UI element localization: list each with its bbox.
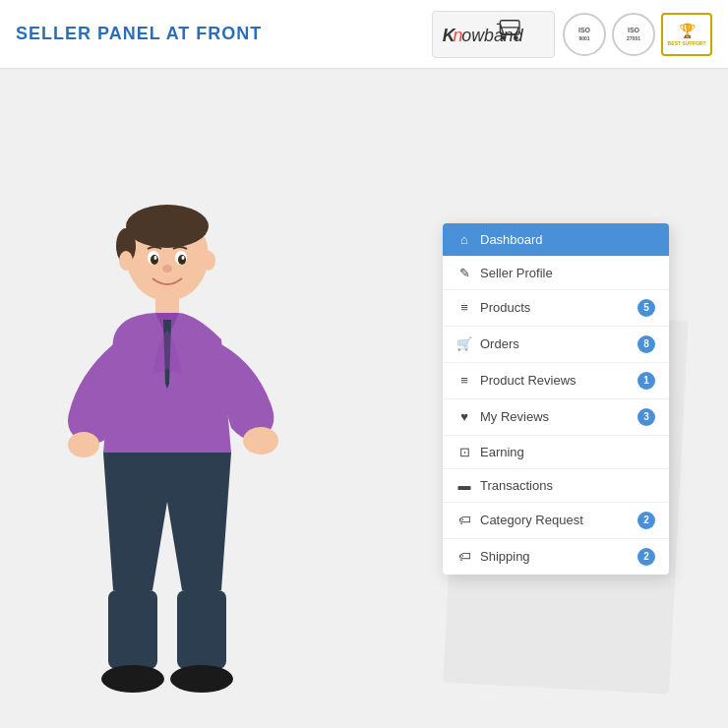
svg-point-24 [170,665,233,693]
my-reviews-badge: 3 [637,408,655,426]
character-svg [39,177,295,728]
products-badge: 5 [637,299,655,317]
category-request-label: Category Request [480,513,637,527]
main-content: ⌂Dashboard✎Seller Profile≡Products5🛒Orde… [0,69,728,728]
logos-area: K n owband ISO 9001 ISO 27001 🏆 BEST SUP… [432,11,712,58]
earning-label: Earning [480,445,655,459]
page-title: SELLER PANEL AT FRONT [16,24,262,44]
menu-item-transactions[interactable]: ▬Transactions [443,469,669,503]
earning-icon: ⊡ [456,445,472,459]
knowband-logo: K n owband [432,11,555,58]
shipping-label: Shipping [480,549,637,564]
seller-profile-label: Seller Profile [480,266,655,280]
menu-item-products[interactable]: ≡Products5 [443,290,669,327]
svg-text:owband: owband [462,26,524,45]
product-reviews-icon: ≡ [456,373,472,388]
svg-point-13 [154,256,157,260]
orders-badge: 8 [637,335,655,353]
svg-point-7 [126,205,209,248]
character-illustration [39,177,295,728]
dashboard-label: Dashboard [480,232,655,247]
product-reviews-badge: 1 [637,372,655,390]
menu-item-seller-profile[interactable]: ✎Seller Profile [443,257,669,290]
svg-point-15 [162,265,172,273]
svg-point-19 [243,427,278,455]
knowband-logo-svg: K n owband [441,19,546,50]
svg-rect-22 [177,590,226,669]
svg-point-16 [119,251,133,271]
products-label: Products [480,300,637,315]
best-support-badge: 🏆 BEST SUPPORT [661,13,712,56]
product-reviews-label: Product Reviews [480,373,637,388]
iso-badge-1: ISO 9001 [563,13,606,56]
svg-point-23 [101,665,164,693]
header: SELLER PANEL AT FRONT K n owband ISO [0,0,728,69]
transactions-label: Transactions [480,478,655,493]
svg-rect-21 [108,590,157,669]
svg-point-20 [68,432,99,457]
iso-badge-2: ISO 27001 [612,13,655,56]
my-reviews-label: My Reviews [480,409,637,424]
dashboard-icon: ⌂ [456,232,472,247]
shipping-icon: 🏷 [456,549,472,564]
seller-panel-card: ⌂Dashboard✎Seller Profile≡Products5🛒Orde… [443,223,669,575]
shipping-badge: 2 [637,548,655,566]
category-request-badge: 2 [637,512,655,529]
menu-item-category-request[interactable]: 🏷Category Request2 [443,503,669,539]
svg-point-12 [178,255,186,265]
products-icon: ≡ [456,300,472,315]
menu-item-earning[interactable]: ⊡Earning [443,436,669,469]
my-reviews-icon: ♥ [456,409,472,424]
menu-item-shipping[interactable]: 🏷Shipping2 [443,539,669,575]
orders-icon: 🛒 [456,336,472,351]
menu-item-orders[interactable]: 🛒Orders8 [443,327,669,363]
svg-point-14 [182,256,185,260]
menu-item-dashboard[interactable]: ⌂Dashboard [443,223,669,257]
svg-point-11 [151,255,158,265]
orders-label: Orders [480,336,637,351]
menu-item-product-reviews[interactable]: ≡Product Reviews1 [443,363,669,399]
transactions-icon: ▬ [456,478,472,493]
category-request-icon: 🏷 [456,513,472,527]
seller-profile-icon: ✎ [456,266,472,280]
menu-item-my-reviews[interactable]: ♥My Reviews3 [443,399,669,436]
iso-badges: ISO 9001 ISO 27001 🏆 BEST SUPPORT [563,13,712,56]
svg-point-17 [202,251,215,271]
